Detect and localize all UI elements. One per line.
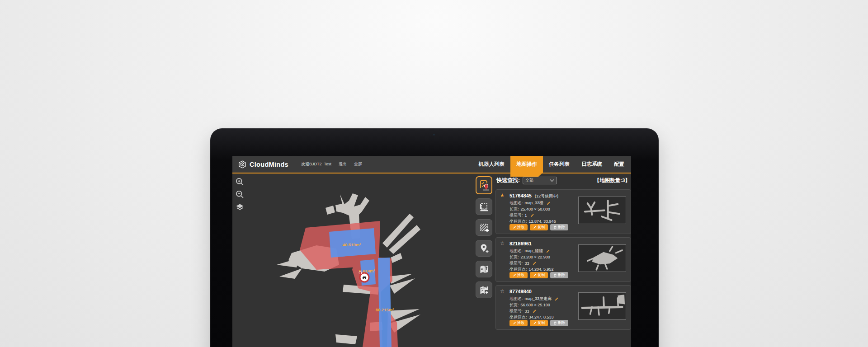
floor-value: 33 bbox=[525, 309, 529, 314]
map-status: (12号使用中) bbox=[535, 194, 558, 198]
map-list-panel: 快速查找: 全部 【地图数量:3】 ★ 51764845 bbox=[495, 176, 631, 330]
copy-map-button[interactable]: 复制 bbox=[530, 272, 548, 278]
origin-value: 12.874, 33.946 bbox=[529, 219, 556, 224]
edit-pencil-icon[interactable] bbox=[554, 297, 559, 301]
chevron-down-icon bbox=[550, 179, 554, 182]
trash-icon bbox=[553, 273, 557, 277]
field-label: 楼层号: bbox=[509, 308, 523, 314]
cloudminds-logo-icon bbox=[238, 160, 246, 169]
field-label: 楼层号: bbox=[509, 260, 523, 266]
map-id: 51764845 bbox=[509, 193, 532, 198]
field-label: 地图名: bbox=[509, 248, 523, 254]
quick-search-label: 快速查找: bbox=[496, 177, 520, 184]
zoom-in-button[interactable] bbox=[235, 177, 245, 187]
edit-map-button[interactable]: 涂改 bbox=[509, 224, 528, 230]
map-size-value: 56.600 × 25.100 bbox=[521, 303, 550, 307]
brand: CloudMinds bbox=[238, 160, 288, 169]
tab-settings[interactable]: 配置 bbox=[608, 156, 630, 173]
map-thumbnail bbox=[578, 244, 626, 272]
map-side-toolbar bbox=[476, 176, 492, 298]
tool-task-points-button[interactable] bbox=[476, 176, 492, 194]
pencil-icon bbox=[513, 321, 516, 325]
edit-map-button[interactable]: 涂改 bbox=[509, 272, 528, 278]
zoom-out-button[interactable] bbox=[235, 189, 245, 199]
brand-name: CloudMinds bbox=[250, 161, 288, 168]
field-label: 楼层号: bbox=[509, 212, 523, 218]
field-label: 坐标原点: bbox=[509, 219, 527, 225]
map-count-label: 【地图数量:3】 bbox=[594, 177, 630, 184]
tool-map-pin-button[interactable] bbox=[476, 261, 492, 277]
origin-value: 14.204, 5.952 bbox=[529, 267, 554, 272]
tool-add-pin-button[interactable] bbox=[476, 240, 492, 257]
field-label: 长宽: bbox=[509, 254, 519, 260]
map-area-label: 80.215m² bbox=[376, 307, 394, 312]
main-nav: 机器人列表 地图操作 任务列表 日志系统 配置 bbox=[473, 156, 631, 173]
filter-selected-value: 全部 bbox=[525, 178, 550, 183]
map-name-value: map_33楼 bbox=[525, 200, 544, 206]
map-area-label: 40.519m² bbox=[343, 242, 361, 247]
tab-robot-list[interactable]: 机器人列表 bbox=[473, 156, 511, 173]
welcome-text: 欢迎BJDT2_Test bbox=[301, 161, 331, 167]
tool-measure-area-button[interactable] bbox=[476, 198, 492, 215]
map-obstacles bbox=[277, 193, 420, 344]
page-background: CloudMinds 欢迎BJDT2_Test 退出 全屏 机器人列表 地图操作… bbox=[0, 0, 868, 347]
tab-map-operation[interactable]: 地图操作 bbox=[510, 156, 543, 177]
webcam-icon bbox=[433, 134, 435, 136]
copy-map-button[interactable]: 复制 bbox=[530, 320, 548, 326]
upload-map-icon bbox=[479, 285, 490, 295]
laptop-frame: CloudMinds 欢迎BJDT2_Test 退出 全屏 机器人列表 地图操作… bbox=[210, 128, 659, 347]
edit-pencil-icon[interactable] bbox=[532, 309, 537, 314]
filter-select[interactable]: 全部 bbox=[523, 177, 557, 184]
map-card: ☆ 82186961 地图名:map_腿腿 长宽:23.200 × 22.900… bbox=[495, 237, 631, 282]
copy-map-button[interactable]: 复制 bbox=[530, 224, 548, 230]
star-icon[interactable]: ☆ bbox=[500, 240, 505, 246]
tab-log-system[interactable]: 日志系统 bbox=[576, 156, 608, 173]
map-canvas[interactable]: 40.519m² 8.614m² 80.215m² bbox=[232, 174, 476, 347]
app-screen: CloudMinds 欢迎BJDT2_Test 退出 全屏 机器人列表 地图操作… bbox=[232, 156, 631, 347]
delete-map-button[interactable]: 删除 bbox=[550, 224, 568, 230]
layers-button[interactable] bbox=[235, 202, 245, 212]
field-label: 地图名: bbox=[509, 296, 523, 302]
field-label: 长宽: bbox=[509, 302, 519, 308]
map-id: 87749840 bbox=[509, 289, 532, 294]
logout-link[interactable]: 退出 bbox=[339, 161, 347, 167]
delete-map-button[interactable]: 删除 bbox=[550, 272, 568, 278]
field-label: 地图名: bbox=[509, 200, 523, 206]
app-header: CloudMinds 欢迎BJDT2_Test 退出 全屏 机器人列表 地图操作… bbox=[232, 156, 631, 173]
map-thumbnail bbox=[578, 197, 626, 224]
map-card-list: ★ 51764845 (12号使用中) 地图名:map_33楼 长宽:25.40… bbox=[495, 189, 631, 330]
floor-value: 1 bbox=[525, 213, 527, 218]
tab-task-list[interactable]: 任务列表 bbox=[543, 156, 576, 173]
add-hatched-region-icon bbox=[479, 222, 490, 233]
map-size-value: 25.400 × 50.000 bbox=[521, 207, 550, 211]
card-title: 82186961 bbox=[509, 241, 533, 246]
add-location-pin-icon bbox=[479, 243, 490, 254]
star-icon[interactable]: ★ bbox=[500, 192, 505, 198]
card-title: 87749840 bbox=[509, 289, 533, 294]
tool-add-region-button[interactable] bbox=[476, 219, 492, 236]
field-label: 坐标原点: bbox=[509, 267, 527, 272]
map-card: ★ 51764845 (12号使用中) 地图名:map_33楼 长宽:25.40… bbox=[495, 189, 631, 234]
map-size-value: 23.200 × 22.900 bbox=[521, 255, 550, 259]
tool-upload-map-button[interactable] bbox=[476, 281, 492, 298]
accent-divider bbox=[232, 173, 631, 174]
pencil-icon bbox=[533, 273, 537, 277]
star-icon[interactable]: ☆ bbox=[500, 288, 505, 294]
edit-pencil-icon[interactable] bbox=[546, 249, 550, 253]
edit-pencil-icon[interactable] bbox=[546, 201, 551, 206]
measure-area-icon bbox=[479, 202, 490, 212]
map-id: 82186961 bbox=[509, 241, 532, 246]
origin-value: 34.247, 8.533 bbox=[529, 315, 554, 319]
edit-map-button[interactable]: 涂改 bbox=[509, 320, 528, 326]
map-name-value: map_腿腿 bbox=[525, 248, 543, 254]
edit-pencil-icon[interactable] bbox=[532, 261, 537, 266]
map-zoom-tools bbox=[235, 177, 245, 212]
field-label: 长宽: bbox=[509, 206, 519, 212]
pencil-icon bbox=[533, 321, 537, 325]
edit-pencil-icon[interactable] bbox=[530, 213, 534, 218]
map-card: ☆ 87749840 地图名:map_33层走廊 长宽:56.600 × 25.… bbox=[495, 285, 631, 330]
fullscreen-link[interactable]: 全屏 bbox=[354, 161, 362, 167]
delete-map-button[interactable]: 删除 bbox=[550, 320, 568, 326]
field-label: 坐标原点: bbox=[509, 314, 527, 320]
card-title: 51764845 (12号使用中) bbox=[509, 193, 558, 199]
